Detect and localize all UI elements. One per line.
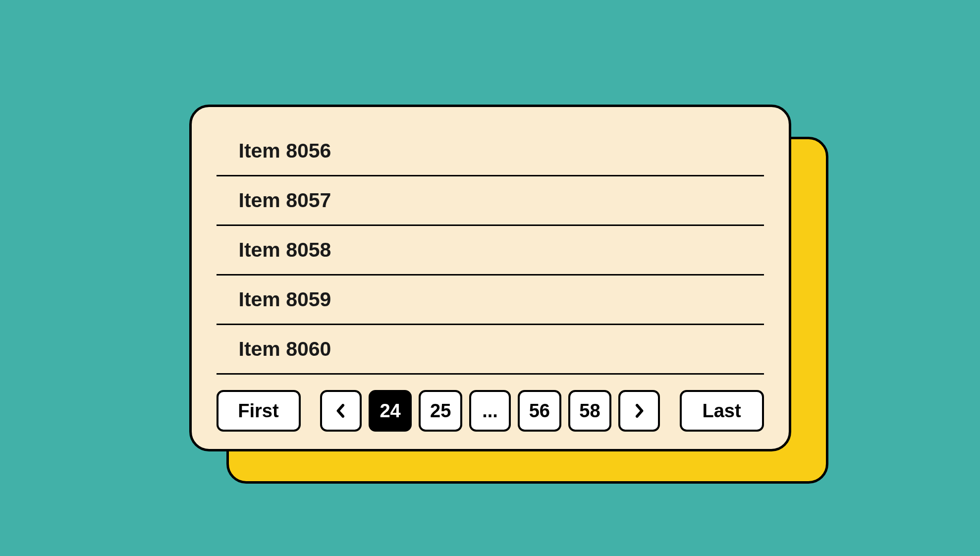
list-item: Item 8060 xyxy=(217,325,764,375)
item-list: Item 8056 Item 8057 Item 8058 Item 8059 … xyxy=(217,127,764,375)
card-wrapper: Item 8056 Item 8057 Item 8058 Item 8059 … xyxy=(189,105,791,451)
first-button[interactable]: First xyxy=(217,390,301,432)
next-button[interactable] xyxy=(618,390,660,432)
prev-button[interactable] xyxy=(320,390,362,432)
list-item: Item 8058 xyxy=(217,226,764,276)
page-button-25[interactable]: 25 xyxy=(419,390,462,432)
list-item: Item 8057 xyxy=(217,176,764,226)
card: Item 8056 Item 8057 Item 8058 Item 8059 … xyxy=(189,105,791,451)
pagination: First 24 25 ... 56 58 Last xyxy=(217,390,764,432)
page-button-24[interactable]: 24 xyxy=(369,390,412,432)
page-ellipsis[interactable]: ... xyxy=(469,390,511,432)
page-button-58[interactable]: 58 xyxy=(568,390,612,432)
list-item: Item 8059 xyxy=(217,276,764,325)
page-button-56[interactable]: 56 xyxy=(518,390,561,432)
last-button[interactable]: Last xyxy=(680,390,764,432)
chevron-right-icon xyxy=(635,404,644,418)
list-item: Item 8056 xyxy=(217,127,764,176)
chevron-left-icon xyxy=(336,404,345,418)
